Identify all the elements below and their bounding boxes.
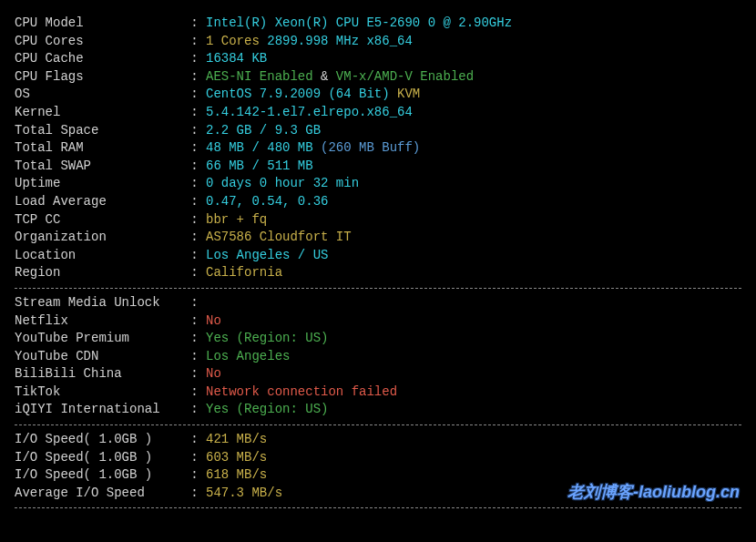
row-separator: :: [190, 330, 206, 348]
row-label: iQIYI International: [15, 401, 190, 419]
row-separator: :: [190, 312, 206, 331]
row-separator: :: [190, 449, 206, 467]
row-label: I/O Speed( 1.0GB ): [15, 466, 190, 485]
row-label: Total RAM: [15, 139, 190, 158]
info-row: Total RAM : 48 MB / 480 MB (260 MB Buff): [15, 139, 741, 158]
row-label: Location: [15, 247, 190, 265]
row-label: YouTube Premium: [15, 330, 190, 348]
value-segment: 48 MB / 480 MB: [206, 140, 321, 155]
value-segment: No: [206, 366, 221, 381]
row-separator: :: [190, 365, 206, 383]
row-label: Stream Media Unlock: [15, 294, 190, 312]
value-segment: 66 MB / 511 MB: [206, 159, 313, 173]
info-row: iQIYI International : Yes (Region: US): [15, 401, 741, 419]
row-label: Uptime: [15, 175, 190, 193]
row-separator: :: [190, 348, 206, 366]
stream-media-section: Stream Media Unlock : Netflix : NoYouTub…: [15, 294, 741, 419]
row-label: Kernel: [15, 104, 190, 122]
row-label: Load Average: [15, 193, 190, 211]
row-value: Los Angeles / US: [206, 247, 328, 265]
info-row: Kernel : 5.4.142-1.el7.elrepo.x86_64: [15, 104, 741, 122]
row-value: 2.2 GB / 9.3 GB: [206, 122, 321, 140]
divider: [15, 288, 741, 289]
value-segment: Network connection failed: [206, 384, 397, 399]
row-value: 603 MB/s: [206, 449, 267, 467]
value-segment: AS7586 Cloudfort IT: [206, 230, 352, 244]
value-segment: Los Angeles: [206, 349, 290, 363]
info-row: OS : CentOS 7.9.2009 (64 Bit) KVM: [15, 86, 741, 104]
info-row: Average I/O Speed : 547.3 MB/s: [15, 485, 741, 503]
value-segment: 0.47, 0.54, 0.36: [206, 194, 328, 209]
value-segment: AES-NI Enabled: [206, 69, 321, 84]
info-row: Organization : AS7586 Cloudfort IT: [15, 229, 741, 247]
row-label: OS: [15, 86, 190, 104]
row-separator: :: [190, 33, 206, 51]
row-label: CPU Model: [15, 15, 190, 33]
info-row: I/O Speed( 1.0GB ) : 603 MB/s: [15, 449, 741, 467]
row-value: bbr + fq: [206, 211, 267, 230]
row-separator: :: [190, 104, 206, 122]
value-segment: 2899.998 MHz x86_64: [267, 34, 413, 48]
info-row: CPU Cores : 1 Cores 2899.998 MHz x86_64: [15, 33, 741, 51]
row-label: Average I/O Speed: [15, 485, 190, 503]
row-separator: :: [190, 122, 206, 140]
value-segment: KVM: [397, 87, 420, 101]
info-row: YouTube Premium : Yes (Region: US): [15, 330, 741, 348]
info-row: CPU Flags : AES-NI Enabled & VM-x/AMD-V …: [15, 68, 741, 87]
row-separator: :: [190, 139, 206, 158]
info-row: TikTok : Network connection failed: [15, 383, 741, 402]
row-separator: :: [190, 431, 206, 449]
info-row: Total SWAP : 66 MB / 511 MB: [15, 158, 741, 176]
divider: [15, 424, 741, 425]
value-segment: 603 MB/s: [206, 450, 267, 465]
value-segment: 0 days 0 hour 32 min: [206, 176, 359, 190]
row-value: 5.4.142-1.el7.elrepo.x86_64: [206, 104, 413, 122]
row-label: BiliBili China: [15, 365, 190, 383]
row-separator: :: [190, 68, 206, 87]
row-separator: :: [190, 466, 206, 485]
value-segment: Los Angeles / US: [206, 248, 328, 262]
info-row: YouTube CDN : Los Angeles: [15, 348, 741, 366]
value-segment: California: [206, 265, 282, 280]
row-separator: :: [190, 193, 206, 211]
row-value: 0.47, 0.54, 0.36: [206, 193, 328, 211]
value-segment: No: [206, 313, 221, 328]
divider: [15, 507, 741, 508]
row-separator: :: [190, 294, 206, 312]
value-segment: (260 MB Buff): [321, 140, 420, 155]
row-value: 618 MB/s: [206, 466, 267, 485]
row-value: AES-NI Enabled & VM-x/AMD-V Enabled: [206, 68, 474, 87]
value-segment: CentOS 7.9.2009 (64 Bit): [206, 87, 397, 101]
row-value: Intel(R) Xeon(R) CPU E5-2690 0 @ 2.90GHz: [206, 15, 512, 33]
info-row: Stream Media Unlock :: [15, 294, 741, 312]
row-separator: :: [190, 401, 206, 419]
row-label: Total Space: [15, 122, 190, 140]
info-row: Load Average : 0.47, 0.54, 0.36: [15, 193, 741, 211]
row-value: Los Angeles: [206, 348, 290, 366]
row-separator: :: [190, 15, 206, 33]
row-separator: :: [190, 247, 206, 265]
row-separator: :: [190, 229, 206, 247]
row-separator: :: [190, 175, 206, 193]
row-label: TCP CC: [15, 211, 190, 230]
row-value: California: [206, 264, 282, 282]
row-value: 16384 KB: [206, 50, 267, 68]
row-value: 421 MB/s: [206, 431, 267, 449]
row-separator: :: [190, 158, 206, 176]
row-label: CPU Cores: [15, 33, 190, 51]
value-segment: &: [321, 69, 336, 84]
row-value: 547.3 MB/s: [206, 485, 282, 503]
info-row: Total Space : 2.2 GB / 9.3 GB: [15, 122, 741, 140]
row-separator: :: [190, 211, 206, 230]
row-value: 48 MB / 480 MB (260 MB Buff): [206, 139, 420, 158]
info-row: BiliBili China : No: [15, 365, 741, 383]
info-row: I/O Speed( 1.0GB ) : 421 MB/s: [15, 431, 741, 449]
value-segment: 618 MB/s: [206, 467, 267, 482]
row-value: 0 days 0 hour 32 min: [206, 175, 359, 193]
row-value: Yes (Region: US): [206, 401, 328, 419]
row-value: No: [206, 365, 221, 383]
row-separator: :: [190, 485, 206, 503]
value-segment: Yes (Region: US): [206, 331, 328, 345]
row-separator: :: [190, 86, 206, 104]
system-info-section: CPU Model : Intel(R) Xeon(R) CPU E5-2690…: [15, 15, 741, 282]
